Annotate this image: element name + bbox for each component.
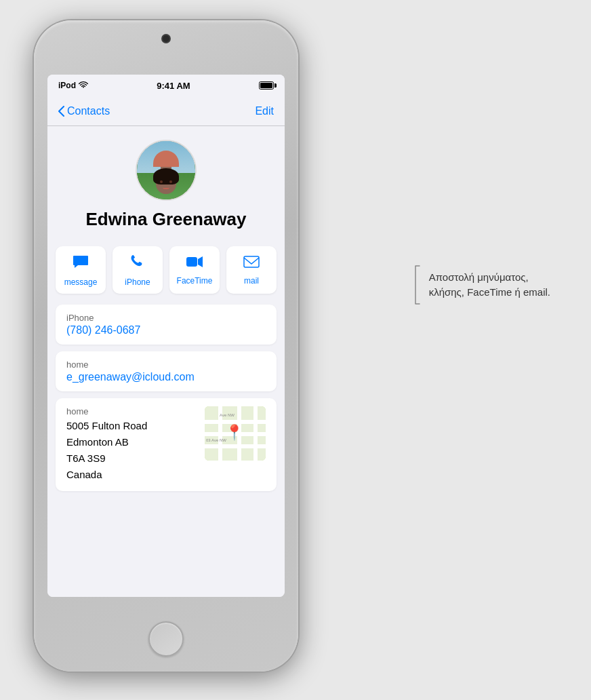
phone-icon xyxy=(130,254,145,273)
message-button[interactable]: message xyxy=(56,246,106,294)
annotation-line1: Αποστολή μηνύματος, xyxy=(429,270,550,286)
annotation-text: Αποστολή μηνύματος, κλήσης, FaceTime ή e… xyxy=(429,270,550,300)
avatar-section: Edwina Greenaway xyxy=(47,126,285,241)
mail-icon xyxy=(243,254,260,272)
address-section: home 5005 Fulton Road Edmonton AB T6A 3S… xyxy=(56,398,277,491)
address-line1: 5005 Fulton Road xyxy=(66,418,205,434)
status-right xyxy=(259,81,274,90)
content-area: Edwina Greenaway message xyxy=(47,126,285,597)
wifi-icon xyxy=(79,81,88,90)
battery-fill xyxy=(260,83,272,88)
facetime-label: FaceTime xyxy=(177,276,213,286)
mail-label: mail xyxy=(244,276,259,286)
email-label: home xyxy=(66,359,266,370)
message-icon xyxy=(73,254,89,273)
email-value[interactable]: e_greenaway@icloud.com xyxy=(66,371,266,383)
device-shell: iPod 9:41 AM xyxy=(34,20,298,672)
contact-name: Edwina Greenaway xyxy=(86,209,247,230)
chevron-left-icon xyxy=(58,106,64,117)
phone-number[interactable]: (780) 246-0687 xyxy=(66,324,266,336)
mail-button[interactable]: mail xyxy=(226,246,277,294)
iphone-label: iPhone xyxy=(125,277,150,287)
facetime-button[interactable]: FaceTime xyxy=(169,246,220,294)
status-bar: iPod 9:41 AM xyxy=(47,75,285,96)
avatar-photo xyxy=(137,141,195,199)
time-display: 9:41 AM xyxy=(157,81,190,91)
facetime-icon xyxy=(186,254,203,272)
back-label: Contacts xyxy=(67,105,110,117)
bracket-svg xyxy=(411,265,422,305)
address-line2: Edmonton AB xyxy=(66,434,205,450)
svg-rect-2 xyxy=(244,256,259,267)
address-left: home 5005 Fulton Road Edmonton AB T6A 3S… xyxy=(66,406,205,483)
status-left: iPod xyxy=(58,81,88,90)
svg-rect-0 xyxy=(186,257,197,267)
road-label-1: Ave NW xyxy=(220,413,235,417)
annotation: Αποστολή μηνύματος, κλήσης, FaceTime ή e… xyxy=(411,265,550,305)
screen: iPod 9:41 AM xyxy=(47,75,285,597)
road-label-2: 03 Ave NW xyxy=(206,438,226,442)
nav-bar: Contacts Edit xyxy=(47,96,285,126)
road-v3 xyxy=(253,406,258,461)
camera xyxy=(163,35,169,42)
battery-icon xyxy=(259,81,274,90)
message-label: message xyxy=(64,277,98,287)
avatar xyxy=(136,140,197,201)
email-section: home e_greenaway@icloud.com xyxy=(56,351,277,391)
back-button[interactable]: Contacts xyxy=(58,105,110,117)
phone-section: iPhone (780) 246-0687 xyxy=(56,305,277,345)
address-lines[interactable]: 5005 Fulton Road Edmonton AB T6A 3S9 Can… xyxy=(66,418,205,483)
action-buttons-row: message iPhone xyxy=(47,241,285,305)
home-button[interactable] xyxy=(148,621,184,657)
carrier-label: iPod xyxy=(58,81,76,90)
address-line4: Canada xyxy=(66,467,205,483)
map-thumbnail[interactable]: Ave NW 03 Ave NW 📍 xyxy=(205,406,266,461)
phone-label: iPhone xyxy=(66,313,266,323)
map-pin: 📍 xyxy=(225,425,243,440)
edit-button[interactable]: Edit xyxy=(255,105,274,117)
svg-marker-1 xyxy=(198,256,203,267)
scene: iPod 9:41 AM xyxy=(0,0,591,700)
iphone-button[interactable]: iPhone xyxy=(113,246,163,294)
annotation-line2: κλήσης, FaceTime ή email. xyxy=(429,285,550,300)
address-line3: T6A 3S9 xyxy=(66,450,205,467)
bracket xyxy=(411,265,422,305)
map-background: Ave NW 03 Ave NW 📍 xyxy=(205,406,266,461)
address-label: home xyxy=(66,406,205,416)
